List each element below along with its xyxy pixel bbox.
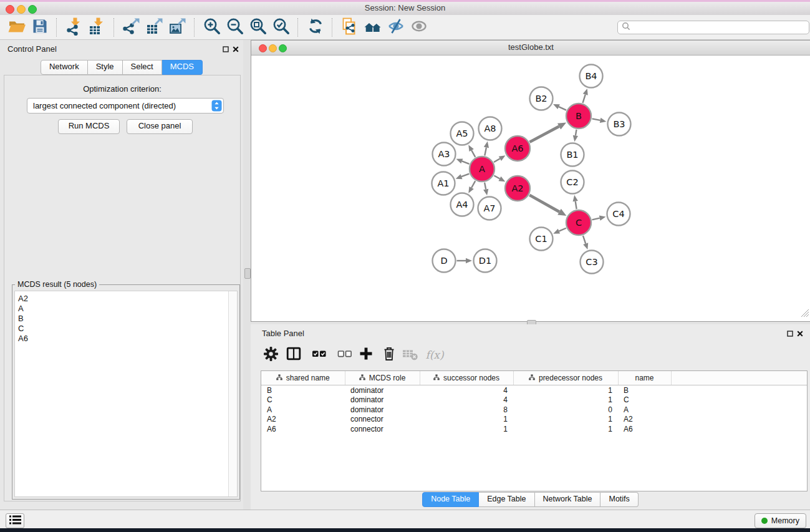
table-tab-network-table[interactable]: Network Table <box>535 492 601 507</box>
node-A4[interactable]: A4 <box>451 193 474 216</box>
column-header-shared-name[interactable]: shared name <box>261 371 345 385</box>
settings-button[interactable] <box>262 346 279 364</box>
vertical-split-handle[interactable] <box>244 268 251 279</box>
mcds-result-item[interactable]: A2 <box>15 294 237 304</box>
table-cell[interactable]: A2 <box>261 415 345 425</box>
edge-A-A2[interactable] <box>494 176 505 182</box>
edge-C-C2[interactable] <box>573 195 578 210</box>
tab-select[interactable]: Select <box>123 60 162 75</box>
export-network-button[interactable] <box>120 17 143 38</box>
table-cell[interactable]: 1 <box>513 424 618 434</box>
mcds-result-item[interactable]: A6 <box>15 334 237 344</box>
table-cell[interactable]: A <box>261 405 345 415</box>
node-A7[interactable]: A7 <box>478 197 501 220</box>
table-cell[interactable]: 1 <box>513 415 618 425</box>
table-cell[interactable]: C <box>618 395 671 405</box>
export-image-button[interactable] <box>166 17 189 38</box>
node-C2[interactable]: C2 <box>561 171 584 194</box>
node-A8[interactable]: A8 <box>479 117 502 140</box>
export-table-button[interactable] <box>143 17 166 38</box>
tab-style[interactable]: Style <box>88 60 123 75</box>
node-A1[interactable]: A1 <box>432 172 455 195</box>
tab-mcds[interactable]: MCDS <box>162 60 203 75</box>
mcds-result-item[interactable]: C <box>15 324 237 334</box>
node-C1[interactable]: C1 <box>530 228 553 251</box>
zoom-selected-button[interactable] <box>269 17 292 38</box>
table-row[interactable]: Bdominator41B <box>261 385 807 395</box>
edge-A-A5[interactable] <box>468 145 475 157</box>
resize-grip-icon[interactable] <box>801 309 809 320</box>
edge-A6-B[interactable] <box>529 123 566 142</box>
network-window-titlebar[interactable]: testGlobe.txt <box>251 41 810 56</box>
zoom-out-button[interactable] <box>223 17 246 38</box>
node-B1[interactable]: B1 <box>561 143 584 167</box>
edge-A-A4[interactable] <box>468 181 475 193</box>
table-cell[interactable]: A2 <box>618 415 671 425</box>
edge-A-A1[interactable] <box>456 174 470 180</box>
network-maximize-button[interactable] <box>279 44 287 52</box>
edge-A-A3[interactable] <box>456 158 470 164</box>
node-C3[interactable]: C3 <box>581 251 604 274</box>
table-tab-node-table[interactable]: Node Table <box>422 492 479 507</box>
node-B4[interactable]: B4 <box>580 65 603 88</box>
table-cell[interactable]: dominator <box>345 405 420 415</box>
table-cell[interactable]: B <box>261 385 345 395</box>
import-table-button[interactable] <box>85 17 108 38</box>
table-row[interactable]: Adominator80A <box>261 405 807 415</box>
node-C4[interactable]: C4 <box>607 203 630 226</box>
table-cell[interactable]: B <box>618 385 671 395</box>
node-A[interactable]: A <box>470 157 494 181</box>
table-row[interactable]: Cdominator41C <box>261 395 807 405</box>
node-D[interactable]: D <box>433 249 456 273</box>
import-network-button[interactable] <box>62 17 85 38</box>
column-header-MCDS-role[interactable]: MCDS role <box>345 371 420 385</box>
column-header-name[interactable]: name <box>618 371 671 385</box>
zoom-fit-button[interactable] <box>246 17 269 38</box>
edge-A2-C[interactable] <box>529 195 566 216</box>
table-row[interactable]: A2connector11A2 <box>261 415 807 425</box>
add-row-button[interactable] <box>357 346 375 364</box>
close-table-panel-icon[interactable] <box>796 329 804 337</box>
vertical-split-divider[interactable] <box>243 40 251 510</box>
table-cell[interactable]: 8 <box>420 405 513 415</box>
node-A2[interactable]: A2 <box>505 176 530 201</box>
minimize-window-button[interactable] <box>17 5 26 14</box>
close-panel-icon[interactable] <box>231 45 239 53</box>
edge-B-B4[interactable] <box>583 89 588 103</box>
table-cell[interactable]: 4 <box>420 385 513 395</box>
memory-button[interactable]: Memory <box>755 513 806 528</box>
column-header-successor-nodes[interactable]: successor nodes <box>420 371 513 385</box>
task-history-button[interactable] <box>6 513 24 528</box>
close-window-button[interactable] <box>6 5 14 14</box>
network-minimize-button[interactable] <box>269 44 277 52</box>
delete-row-button[interactable] <box>380 346 398 364</box>
column-header-predecessor-nodes[interactable]: predecessor nodes <box>513 371 618 385</box>
search-input[interactable] <box>633 22 805 32</box>
float-panel-icon[interactable] <box>221 45 229 53</box>
mcds-result-item[interactable]: A <box>15 304 237 314</box>
network-canvas[interactable]: AA1A2A3A4A5A6A7A8BB1B2B3B4CC1C2C3C4DD1 <box>251 41 809 306</box>
table-cell[interactable]: 0 <box>513 405 618 415</box>
save-session-button[interactable] <box>28 17 51 38</box>
table-cell[interactable]: C <box>261 395 345 405</box>
search-box[interactable] <box>617 21 809 34</box>
run-mcds-button[interactable]: Run MCDS <box>58 119 120 134</box>
open-session-button[interactable] <box>5 17 28 38</box>
node-A3[interactable]: A3 <box>433 143 456 166</box>
close-panel-button[interactable]: Close panel <box>127 119 193 134</box>
table-cell[interactable]: dominator <box>345 395 420 405</box>
table-cell[interactable]: 4 <box>420 395 513 405</box>
zoom-in-button[interactable] <box>200 17 223 38</box>
table-cell[interactable]: 1 <box>513 395 618 405</box>
node-C[interactable]: C <box>566 210 591 235</box>
edge-C-C1[interactable] <box>553 228 566 234</box>
show-all-button[interactable] <box>407 17 430 38</box>
node-B[interactable]: B <box>566 104 591 128</box>
node-A6[interactable]: A6 <box>505 136 530 161</box>
mcds-list-scrollbar[interactable] <box>228 291 237 496</box>
deselect-all-button[interactable] <box>336 346 354 364</box>
node-A5[interactable]: A5 <box>451 122 474 145</box>
table-cell[interactable]: A6 <box>261 424 345 434</box>
float-table-panel-icon[interactable] <box>786 329 794 337</box>
edge-B-B3[interactable] <box>592 118 607 123</box>
